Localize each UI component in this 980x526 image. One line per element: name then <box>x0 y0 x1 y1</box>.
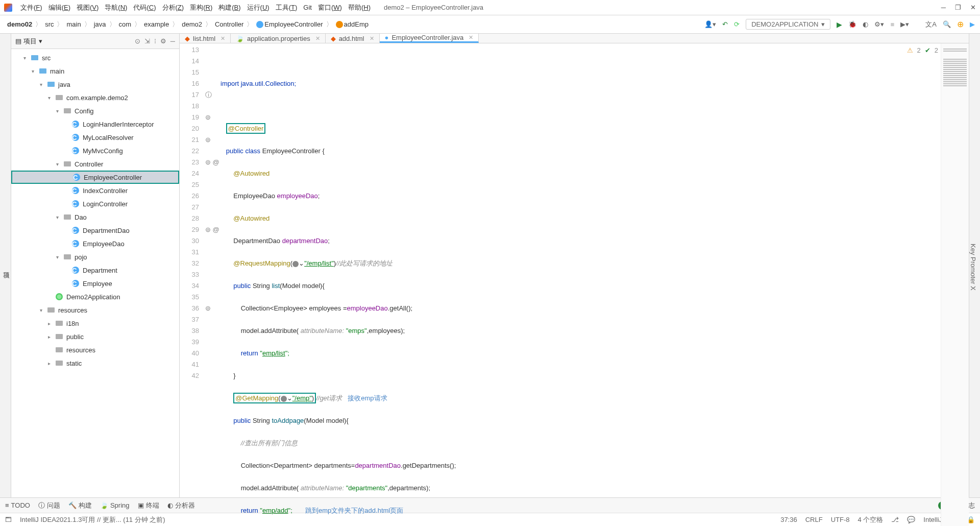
gutter-icon[interactable] <box>205 269 220 280</box>
breadcrumb-item[interactable]: demo2 <box>180 20 204 28</box>
tree-node[interactable]: ▾resources <box>11 303 179 317</box>
tree-arrow-icon[interactable]: ▸ <box>48 361 55 366</box>
gutter-icon[interactable] <box>205 179 220 190</box>
tree-node[interactable]: CEmployeeDao <box>11 237 179 250</box>
gutter-icon[interactable] <box>205 348 220 359</box>
tree-node[interactable]: ▸i18n <box>11 317 179 330</box>
expand-icon[interactable]: ⇲ <box>144 37 150 45</box>
menu-item[interactable]: 编辑(E) <box>45 4 74 11</box>
editor-tab[interactable]: ●EmployeeController.java✕ <box>380 34 479 43</box>
gutter-icon[interactable] <box>205 56 220 67</box>
minimize-icon[interactable]: ─ <box>941 4 946 11</box>
tree-arrow-icon[interactable]: ▾ <box>40 307 47 313</box>
project-tree[interactable]: ▾src▾main▾java▾com.example.demo2▾ConfigC… <box>11 49 179 497</box>
spring-tab[interactable]: 🍃 Spring <box>100 501 130 509</box>
tree-arrow-icon[interactable]: ▸ <box>48 321 55 326</box>
tree-arrow-icon[interactable]: ▸ <box>48 334 55 340</box>
menu-item[interactable]: 代码(C) <box>130 4 159 11</box>
gutter-icon[interactable] <box>205 123 220 134</box>
tree-node[interactable]: ▾Config <box>11 104 179 117</box>
tree-node[interactable]: ▾Controller <box>11 157 179 171</box>
breadcrumb-item[interactable]: demo02 <box>5 20 34 28</box>
menu-item[interactable]: 帮助(H) <box>345 4 374 11</box>
tree-node[interactable]: CDepartmentDao <box>11 224 179 237</box>
close-tab-icon[interactable]: ✕ <box>220 35 225 42</box>
tree-node[interactable]: CLoginController <box>11 197 179 210</box>
tree-node[interactable]: CEmployeeController <box>11 171 179 184</box>
gutter-icon[interactable]: ⊚ @ <box>205 224 220 235</box>
tree-node[interactable]: ▾src <box>11 51 179 64</box>
tree-node[interactable]: CIndexController <box>11 184 179 197</box>
tree-node[interactable]: CDepartment <box>11 264 179 277</box>
left-tool-strip[interactable]: 项目 <box>0 34 11 497</box>
terminal-tab[interactable]: ▣ 终端 <box>138 501 159 510</box>
run-icon[interactable]: ▶ <box>837 20 842 29</box>
stop-icon[interactable]: ■ <box>890 20 894 28</box>
close-tab-icon[interactable]: ✕ <box>315 35 320 42</box>
search-icon[interactable]: 🔍 <box>943 20 951 28</box>
gutter-icon[interactable] <box>205 314 220 325</box>
gutter-icon[interactable] <box>205 359 220 370</box>
close-tab-icon[interactable]: ✕ <box>370 35 374 42</box>
code-minimap[interactable] <box>941 43 969 526</box>
gutter-icon[interactable] <box>205 101 220 112</box>
gutter-icon[interactable]: ⊚ <box>205 303 220 314</box>
select-opened-icon[interactable]: ⊙ <box>135 37 140 45</box>
code-content[interactable]: import java.util.Collection; @Controller… <box>220 43 969 526</box>
tree-arrow-icon[interactable]: ▾ <box>23 55 31 61</box>
gutter-icon[interactable]: ⊚ <box>205 112 220 123</box>
maximize-icon[interactable]: ❐ <box>955 4 961 11</box>
breadcrumb-item[interactable]: example <box>142 20 171 28</box>
menu-item[interactable]: 视图(V) <box>74 4 102 11</box>
tree-node[interactable]: ▾java <box>11 78 179 91</box>
close-tab-icon[interactable]: ✕ <box>469 34 473 41</box>
right-tool-strip[interactable]: Key Promoter X 数据库 PlantUML Maven <box>969 34 980 497</box>
breadcrumb-item[interactable]: main <box>64 20 83 28</box>
problems-tab[interactable]: ⓘ 问题 <box>38 501 60 510</box>
gutter-icon[interactable] <box>205 213 220 224</box>
coverage-icon[interactable]: ◐ <box>863 20 868 28</box>
undo-icon[interactable]: ↶ <box>722 20 728 28</box>
breadcrumb-item[interactable]: Controller <box>213 20 246 28</box>
gutter-icon[interactable] <box>205 325 220 337</box>
tree-arrow-icon[interactable]: ▾ <box>56 108 63 114</box>
tree-node[interactable]: resources <box>11 343 179 356</box>
gutter-icon[interactable] <box>205 235 220 247</box>
menu-item[interactable]: Git <box>300 4 315 11</box>
hide-panel-icon[interactable]: ─ <box>170 37 175 45</box>
menu-item[interactable]: 运行(U) <box>244 4 273 11</box>
gutter-icon[interactable] <box>205 202 220 213</box>
editor-tab[interactable]: ◆list.html✕ <box>180 34 231 43</box>
add-icon[interactable]: ⊕ <box>957 19 964 29</box>
status-message[interactable]: IntelliJ IDEA2021.1.3可用 // 更新... (11 分钟 … <box>20 515 165 524</box>
breadcrumb-item[interactable]: com <box>117 20 134 28</box>
services-icon[interactable]: ⟳ <box>734 20 740 28</box>
tree-arrow-icon[interactable]: ▾ <box>32 68 39 74</box>
debug-icon[interactable]: 🐞 <box>848 20 856 28</box>
breadcrumb-item[interactable]: addEmp <box>334 20 371 28</box>
menu-item[interactable]: 窗口(W) <box>315 4 345 11</box>
gutter-icon[interactable] <box>205 280 220 292</box>
update-notice-icon[interactable]: 🗔 <box>5 516 12 523</box>
gutter-icon[interactable] <box>205 190 220 202</box>
gutter-icons[interactable]: ⓘ⊚⊚⊚ @⊚ @⊚ <box>205 43 220 526</box>
menu-item[interactable]: 重构(R) <box>187 4 215 11</box>
translate-icon[interactable]: 文A <box>925 20 937 29</box>
menu-item[interactable]: 工具(T) <box>273 4 301 11</box>
gutter-icon[interactable] <box>205 146 220 157</box>
tree-arrow-icon[interactable]: ▾ <box>40 82 47 87</box>
play-media-icon[interactable]: ▶ <box>970 20 975 28</box>
tree-arrow-icon[interactable]: ▾ <box>56 254 63 260</box>
gutter-icon[interactable] <box>205 78 220 89</box>
strip-keypromoter[interactable]: Key Promoter X <box>969 37 977 497</box>
tree-node[interactable]: Demo2Application <box>11 290 179 303</box>
gutter-icon[interactable]: ⊚ <box>205 134 220 146</box>
tree-node[interactable]: ▸static <box>11 356 179 370</box>
menu-item[interactable]: 文件(F) <box>17 4 45 11</box>
tree-node[interactable]: CEmployee <box>11 277 179 290</box>
chevron-down-icon[interactable]: ▾ <box>39 37 42 45</box>
tree-node[interactable]: CMyLocalResolver <box>11 131 179 144</box>
tree-node[interactable]: CMyMvcConfig <box>11 144 179 157</box>
breadcrumb-item[interactable]: src <box>43 20 56 28</box>
gutter-icon[interactable] <box>205 247 220 258</box>
